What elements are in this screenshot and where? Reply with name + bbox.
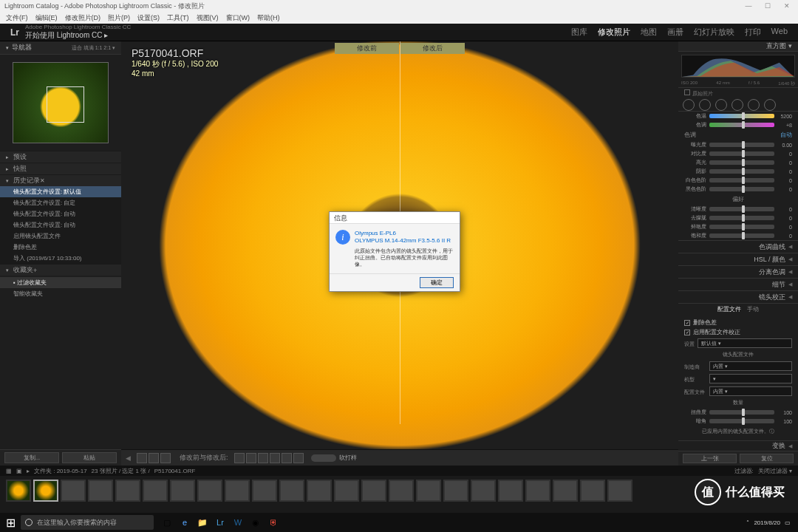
snapshots-section[interactable]: ▸快照 xyxy=(0,163,121,174)
loupe-view-icon[interactable] xyxy=(137,453,147,463)
adjust-slider[interactable] xyxy=(709,207,774,211)
history-item[interactable]: 镜头配置文件设置: 自定 xyxy=(0,197,121,208)
remove-ca-checkbox[interactable]: ✓ xyxy=(684,320,690,326)
ba-copy-icon[interactable] xyxy=(293,453,304,463)
collections-section[interactable]: ▾收藏夹+ xyxy=(0,264,121,276)
filmstrip-thumb[interactable] xyxy=(115,480,140,502)
make-dropdown[interactable]: 内置 ▾ xyxy=(709,361,792,371)
spot-tool-icon[interactable] xyxy=(699,99,711,111)
history-item[interactable]: 镜头配置文件设置: 自动 xyxy=(0,208,121,219)
history-item[interactable]: 导入 (2019/6/17 10:33:00) xyxy=(0,253,121,264)
filmstrip-thumb[interactable] xyxy=(279,480,304,502)
panel-section[interactable]: 细节 xyxy=(678,278,798,290)
adjust-slider[interactable] xyxy=(709,216,774,220)
module-tab[interactable]: 地图 xyxy=(641,27,657,38)
filmstrip-thumb[interactable] xyxy=(361,480,386,502)
radial-tool-icon[interactable] xyxy=(748,99,760,111)
menu-item[interactable]: 文件(F) xyxy=(6,13,28,23)
menu-item[interactable]: 照片(P) xyxy=(108,13,130,23)
collection-item[interactable]: 智能收藏夹 xyxy=(0,288,121,299)
history-section[interactable]: ▾历史记录✕ xyxy=(0,174,121,186)
minimize-button[interactable]: — xyxy=(742,1,755,10)
ba-swap-icon[interactable] xyxy=(282,453,292,463)
adjust-slider[interactable] xyxy=(709,178,774,183)
search-box[interactable]: 在这里输入你要搜索的内容 xyxy=(21,515,154,530)
filmstrip-thumb[interactable] xyxy=(553,480,578,502)
close-button[interactable]: ✕ xyxy=(780,1,794,10)
panel-section[interactable]: 色调曲线 xyxy=(678,240,798,253)
histogram-header[interactable]: 直方图 ▾ xyxy=(678,41,798,52)
filmstrip-thumb[interactable] xyxy=(252,480,277,502)
history-item[interactable]: 启用镜头配置文件 xyxy=(0,231,121,242)
filmstrip-thumb[interactable] xyxy=(143,480,168,502)
temp-slider[interactable] xyxy=(709,114,774,118)
clock[interactable]: 2019/8/20 xyxy=(754,519,780,526)
vignette-slider[interactable] xyxy=(709,419,774,423)
histogram[interactable] xyxy=(681,55,795,78)
profile-dropdown[interactable]: 内置 ▾ xyxy=(709,386,792,396)
adjust-slider[interactable] xyxy=(709,225,774,229)
module-tab[interactable]: 修改照片 xyxy=(598,27,630,38)
previous-button[interactable]: 上一张 xyxy=(683,454,737,463)
filmstrip-thumb[interactable] xyxy=(334,480,359,502)
history-item[interactable]: 删除色差 xyxy=(0,242,121,253)
menu-item[interactable]: 修改照片(D) xyxy=(65,13,101,23)
menu-item[interactable]: 视图(V) xyxy=(197,13,219,23)
history-item[interactable]: 镜头配置文件设置: 默认值 xyxy=(0,186,121,197)
filmstrip-thumb[interactable] xyxy=(307,480,332,502)
filmstrip-thumb[interactable] xyxy=(6,480,31,502)
distortion-slider[interactable] xyxy=(709,410,774,415)
auto-tone-button[interactable]: 自动 xyxy=(780,131,792,139)
collection-item[interactable]: ▪ 过滤收藏夹 xyxy=(0,277,121,288)
explorer-icon[interactable]: 📁 xyxy=(195,515,210,530)
copy-button[interactable]: 复制... xyxy=(4,452,59,463)
filmstrip-thumb[interactable] xyxy=(607,480,632,502)
module-tab[interactable]: 打印 xyxy=(745,27,761,38)
paste-button[interactable]: 粘贴 xyxy=(62,452,117,463)
panel-section[interactable]: 镜头校正 xyxy=(678,290,798,303)
adjust-slider[interactable] xyxy=(709,160,774,165)
brand-text[interactable]: 开始使用 Lightroom CC ▸ xyxy=(25,30,131,41)
maximize-button[interactable]: ☐ xyxy=(761,1,774,10)
adjust-slider[interactable] xyxy=(709,233,774,238)
panel-section[interactable]: HSL / 颜色 xyxy=(678,253,798,265)
word-icon[interactable]: W xyxy=(231,515,245,530)
adjust-slider[interactable] xyxy=(709,151,774,156)
filmstrip-thumb[interactable] xyxy=(33,480,58,502)
edge-icon[interactable]: e xyxy=(177,515,192,530)
filter-dropdown[interactable]: 关闭过滤器 ▾ xyxy=(758,467,792,475)
reference-view-icon[interactable] xyxy=(160,453,171,463)
module-tab[interactable]: 画册 xyxy=(667,27,683,38)
notifications-icon[interactable]: ▭ xyxy=(785,519,791,526)
tint-slider[interactable] xyxy=(709,123,774,127)
menu-item[interactable]: 帮助(H) xyxy=(257,13,280,23)
redeye-tool-icon[interactable] xyxy=(715,99,727,111)
enable-profile-checkbox[interactable]: ✓ xyxy=(684,330,690,335)
start-button[interactable]: ⊞ xyxy=(3,515,18,530)
navigator-header[interactable]: ▾导航器 适合 填满 1:1 2:1 ▾ xyxy=(0,41,121,55)
filmstrip-thumb[interactable] xyxy=(197,480,222,502)
tray-caret-icon[interactable]: ˄ xyxy=(746,519,749,526)
module-tab[interactable]: 幻灯片放映 xyxy=(694,27,734,38)
second-window-icon[interactable]: ▣ xyxy=(16,468,22,474)
ba-mode4-icon[interactable] xyxy=(270,453,280,463)
ba-mode2-icon[interactable] xyxy=(246,453,256,463)
filmstrip-thumb[interactable] xyxy=(471,480,496,502)
adjust-slider[interactable] xyxy=(709,169,774,174)
filmstrip-thumb[interactable] xyxy=(580,480,605,502)
compare-view-icon[interactable] xyxy=(149,453,159,463)
reset-button[interactable]: 复位 xyxy=(740,454,794,463)
filmstrip-thumb[interactable] xyxy=(170,480,195,502)
navigator-thumbnail[interactable] xyxy=(0,55,121,151)
shield-icon[interactable]: ⛨ xyxy=(266,515,281,530)
grid-icon[interactable]: ▦ xyxy=(6,468,12,474)
zoom-presets[interactable]: 适合 填满 1:1 2:1 ▾ xyxy=(72,44,115,52)
ba-mode1-icon[interactable] xyxy=(234,453,245,463)
menu-item[interactable]: 编辑(E) xyxy=(35,13,58,23)
module-tab[interactable]: 图库 xyxy=(571,27,587,38)
filmstrip-thumb[interactable] xyxy=(61,480,86,502)
ba-mode3-icon[interactable] xyxy=(258,453,268,463)
gradient-tool-icon[interactable] xyxy=(732,99,743,111)
adjust-slider[interactable] xyxy=(709,143,774,147)
filmstrip-thumb[interactable] xyxy=(225,480,250,502)
